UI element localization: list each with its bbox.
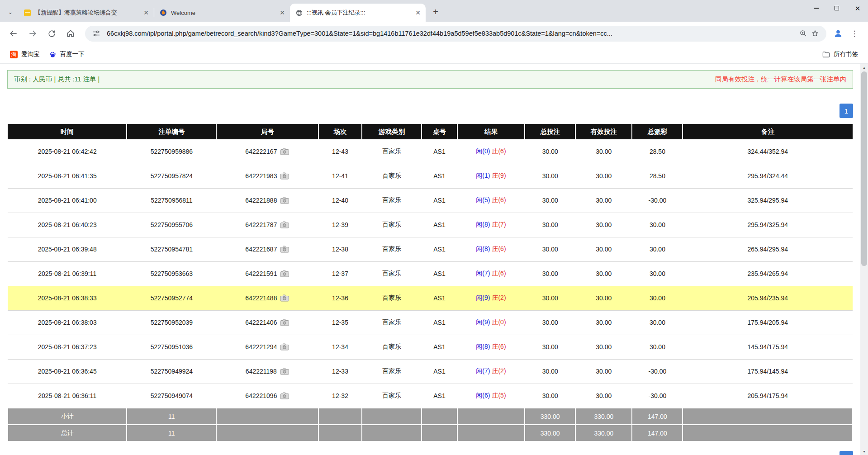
cell-remark: 175.94/145.94 [683,359,853,384]
result-player: 闲(8) [476,221,490,228]
total-total-bet: 330.00 [525,425,575,441]
cell-payout: 30.00 [632,213,683,237]
zoom-icon[interactable] [797,28,809,39]
cell-total-bet: 30.00 [525,286,575,310]
tab-forum[interactable]: 【新提醒】海燕策略论坛综合交 ✕ [18,4,154,22]
result-banker: 庄(6) [492,245,506,252]
refresh-button[interactable] [43,25,60,42]
cell-session: 12-36 [318,286,361,310]
close-window-button[interactable]: ✕ [847,0,868,16]
close-tab-icon[interactable]: ✕ [142,9,150,17]
round-number: 642221687 [245,246,277,253]
cell-session: 12-43 [318,139,361,164]
cell-time: 2025-08-21 06:36:45 [8,359,127,384]
cell-session: 12-41 [318,164,361,188]
video-camera-icon[interactable] [280,221,289,228]
back-button[interactable] [5,25,22,42]
bookmark-baidu[interactable]: 百度一下 [44,48,89,61]
cell-time: 2025-08-21 06:38:33 [8,286,127,310]
maximize-button[interactable] [826,0,847,16]
video-camera-icon[interactable] [280,368,289,375]
profile-avatar-icon[interactable] [830,25,846,42]
col-payout: 总派彩 [632,124,683,139]
round-number: 642221096 [245,392,277,399]
tab-bet-records[interactable]: :::视讯 会员下注纪录::: ✕ [290,4,426,22]
cell-round: 642222167 [216,139,318,164]
col-table: 桌号 [422,124,457,139]
round-number: 642221488 [245,294,277,302]
video-camera-icon[interactable] [280,294,289,302]
cell-bet-id: 522750952774 [127,286,216,310]
cell-remark: 205.94/235.94 [683,286,853,310]
url-bar[interactable]: 66cxkj98.com/ipl/portal.php/game/betreco… [85,26,826,42]
result-player: 闲(8) [476,343,490,350]
cell-total-bet: 30.00 [525,188,575,213]
page-scrollbar[interactable]: ▲ ▼ [860,64,868,455]
subtotal-valid-bet: 330.00 [575,408,632,425]
video-camera-icon[interactable] [280,343,289,351]
cell-round: 642221488 [216,286,318,310]
cell-round: 642221983 [216,164,318,188]
forward-button[interactable] [24,25,41,42]
cell-remark: 295.94/324.44 [683,164,853,188]
video-camera-icon[interactable] [280,197,289,204]
bookmark-star-icon[interactable] [809,28,821,39]
video-camera-icon[interactable] [280,246,289,253]
scroll-down-icon[interactable]: ▼ [860,448,868,455]
site-settings-icon[interactable] [90,28,102,39]
cell-valid-bet: 30.00 [575,359,632,384]
cell-table: AS1 [422,164,457,188]
url-text[interactable]: 66cxkj98.com/ipl/portal.php/game/betreco… [107,30,793,37]
tab-welcome[interactable]: Welcome ✕ [154,4,290,22]
video-camera-icon[interactable] [280,172,289,180]
col-session: 场次 [318,124,361,139]
cell-game-type: 百家乐 [362,335,422,359]
video-camera-icon[interactable] [280,319,289,326]
cell-session: 12-40 [318,188,361,213]
cell-payout: -30.00 [632,384,683,408]
cell-result: 闲(7)庄(6) [457,261,525,286]
video-camera-icon[interactable] [280,270,289,277]
scrollbar-thumb[interactable] [861,71,867,266]
scroll-up-icon[interactable]: ▲ [860,64,868,71]
bookmark-taobao[interactable]: 淘 爱淘宝 [5,48,44,61]
cell-session: 12-33 [318,359,361,384]
currency-summary: 币别 : 人民币 | 总共 :11 注单 | [14,75,100,84]
table-row: 2025-08-21 06:40:23 522750955706 6422217… [8,213,853,237]
cell-table: AS1 [422,359,457,384]
cell-bet-id: 522750951036 [127,335,216,359]
cell-game-type: 百家乐 [362,261,422,286]
cell-table: AS1 [422,139,457,164]
close-tab-icon[interactable]: ✕ [278,9,286,17]
page-content: 币别 : 人民币 | 总共 :11 注单 | 同局有效投注，统一计算在该局第一张… [0,64,860,455]
page-1-button-bottom[interactable]: 1 [840,451,853,455]
table-row: 2025-08-21 06:38:03 522750952039 6422214… [8,310,853,335]
cell-result: 闲(5)庄(6) [457,188,525,213]
subtotal-count: 11 [127,408,216,425]
new-tab-button[interactable]: + [429,5,442,18]
globe-favicon-icon [295,9,303,16]
all-bookmarks-button[interactable]: 所有书签 [818,48,863,61]
bookmark-label: 百度一下 [60,50,85,58]
result-banker: 庄(2) [492,294,506,301]
summary-bar: 币别 : 人民币 | 总共 :11 注单 | 同局有效投注，统一计算在该局第一张… [7,70,853,89]
page-1-button[interactable]: 1 [840,104,853,118]
cell-time: 2025-08-21 06:39:11 [8,261,127,286]
table-row: 2025-08-21 06:36:45 522750949924 6422211… [8,359,853,384]
taobao-icon: 淘 [10,51,18,58]
cell-bet-id: 522750949924 [127,359,216,384]
address-bar: 66cxkj98.com/ipl/portal.php/game/betreco… [0,22,868,45]
video-camera-icon[interactable] [280,392,289,399]
cell-total-bet: 30.00 [525,164,575,188]
bet-records-table: 时间 注单编号 局号 场次 游戏类别 桌号 结果 总投注 有效投注 总派彩 备注… [7,124,853,442]
home-button[interactable] [62,25,79,42]
cell-result: 闲(8)庄(6) [457,335,525,359]
col-valid-bet: 有效投注 [575,124,632,139]
tab-search-chevron-icon[interactable]: ⌄ [5,6,16,18]
close-tab-icon[interactable]: ✕ [414,9,422,17]
cell-valid-bet: 30.00 [575,213,632,237]
cell-bet-id: 522750954781 [127,237,216,261]
video-camera-icon[interactable] [280,148,289,155]
browser-menu-icon[interactable]: ⋮ [846,25,863,42]
minimize-button[interactable] [806,0,826,16]
